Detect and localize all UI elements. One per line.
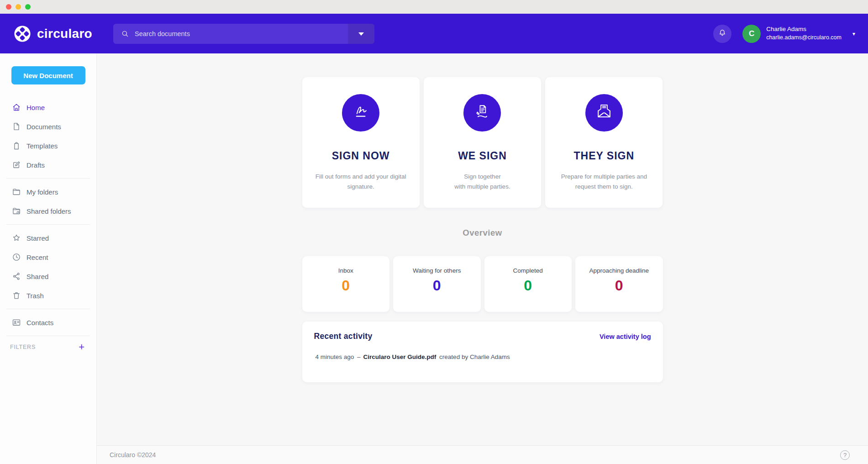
activity-time: 4 minutes ago [316,353,356,360]
shared-folder-icon [12,206,21,216]
stat-label: Inbox [302,267,390,274]
search-bar[interactable] [113,24,374,44]
brand-logo[interactable]: circularo [14,25,92,42]
copyright-text: Circularo ©2024 [110,451,156,459]
activity-header: Recent activity View activity log [314,332,651,341]
main-column: SIGN NOW Fill out forms and add your dig… [97,53,868,464]
filters-section: FILTERS + [0,340,96,354]
templates-icon [12,141,21,150]
circularo-logo-icon [14,25,31,42]
sidebar-item-label: Documents [26,123,61,131]
sidebar-item-label: Templates [26,142,58,150]
drafts-icon [12,160,21,169]
sidebar-divider [6,336,90,336]
user-email: charlie.adams@circularo.com [766,34,842,42]
sidebar-item-drafts[interactable]: Drafts [0,155,96,174]
sidebar-divider [6,309,90,309]
activity-separator: – [357,353,361,360]
recent-activity-title: Recent activity [314,332,373,341]
sidebar-item-label: Recent [26,253,48,261]
sidebar-item-templates[interactable]: Templates [0,136,96,155]
stat-value: 0 [393,277,481,294]
action-card-description: Prepare for multiple parties and request… [545,172,663,191]
new-document-button[interactable]: New Document [11,66,85,84]
action-card-description: Sign together with multiple parties. [424,172,541,191]
bell-icon [718,28,727,39]
close-window-button[interactable] [6,4,11,10]
action-card-circle [342,94,379,132]
action-card-they-sign[interactable]: THEY SIGN Prepare for multiple parties a… [545,77,663,208]
sidebar-item-home[interactable]: Home [0,98,96,117]
contacts-icon [12,318,21,327]
sidebar-divider [6,224,90,225]
sidebar-item-label: Shared [26,273,48,280]
action-card-circle [463,94,501,132]
sidebar-item-starred[interactable]: Starred [0,228,96,248]
action-card-we-sign[interactable]: WE SIGN Sign together with multiple part… [424,77,541,208]
footer: Circularo ©2024 ? [97,445,868,464]
search-input[interactable] [134,30,348,38]
app-header: circularo C Charlie Adams charlie.adams@… [0,14,868,53]
stats-row: Inbox 0 Waiting for others 0 Completed 0… [302,256,663,312]
document-icon [12,122,21,131]
sidebar-item-label: Starred [26,234,49,242]
stat-card-inbox[interactable]: Inbox 0 [302,256,390,312]
action-card-title: SIGN NOW [302,150,420,162]
help-button[interactable]: ? [840,450,850,460]
stat-card-approaching-deadline[interactable]: Approaching deadline 0 [575,256,663,312]
stat-card-completed[interactable]: Completed 0 [484,256,572,312]
sidebar-item-contacts[interactable]: Contacts [0,313,96,332]
share-icon [12,272,21,281]
sidebar-item-label: Shared folders [26,207,71,215]
action-card-circle [585,94,623,132]
sidebar-item-label: Home [26,104,45,111]
filters-label: FILTERS [10,344,36,350]
activity-description: created by Charlie Adams [437,353,510,360]
action-card-title: THEY SIGN [545,150,663,162]
search-filter-dropdown[interactable] [348,24,374,44]
activity-document-link[interactable]: Circularo User Guide.pdf [363,353,437,360]
sidebar-divider [6,178,90,179]
avatar: C [742,25,761,43]
sidebar-item-recent[interactable]: Recent [0,248,96,267]
sidebar-item-label: Contacts [26,319,53,327]
header-right: C Charlie Adams charlie.adams@circularo.… [713,25,855,43]
notifications-button[interactable] [713,25,731,43]
hands-sign-icon [472,102,492,124]
view-activity-log-link[interactable]: View activity log [600,333,651,340]
sidebar-item-label: Drafts [26,161,45,169]
app-window: circularo C Charlie Adams charlie.adams@… [0,0,868,464]
stat-label: Approaching deadline [575,267,663,274]
sidebar-nav: Home Documents Templates Drafts My folde… [0,98,96,336]
stat-value: 0 [575,277,663,294]
minimize-window-button[interactable] [16,4,21,10]
sidebar: New Document Home Documents Templates Dr… [0,53,97,464]
stat-value: 0 [484,277,572,294]
main-content: SIGN NOW Fill out forms and add your dig… [97,53,868,445]
sidebar-item-shared[interactable]: Shared [0,267,96,286]
star-icon [12,233,21,243]
stat-card-waiting-for-others[interactable]: Waiting for others 0 [393,256,481,312]
recent-activity-card: Recent activity View activity log 4 minu… [302,322,663,382]
signature-icon [351,102,371,124]
zoom-window-button[interactable] [25,4,31,10]
activity-item: 4 minutes ago –Circularo User Guide.pdf … [314,353,651,360]
question-icon: ? [843,452,847,459]
clock-icon [12,253,21,262]
stat-value: 0 [302,277,390,294]
sidebar-item-my-folders[interactable]: My folders [0,182,96,201]
chevron-down-icon [358,32,364,36]
action-cards-row: SIGN NOW Fill out forms and add your dig… [302,77,663,208]
overview-heading: Overview [302,228,663,238]
add-filter-button[interactable]: + [79,342,84,352]
stat-label: Waiting for others [393,267,481,274]
sidebar-item-documents[interactable]: Documents [0,117,96,136]
action-card-sign-now[interactable]: SIGN NOW Fill out forms and add your dig… [302,77,420,208]
sidebar-item-shared-folders[interactable]: Shared folders [0,201,96,221]
trash-icon [12,291,21,300]
chevron-down-icon: ▾ [852,31,855,37]
home-icon [12,103,21,112]
sidebar-item-trash[interactable]: Trash [0,286,96,305]
user-menu[interactable]: C Charlie Adams charlie.adams@circularo.… [742,25,855,43]
sidebar-item-label: My folders [26,188,58,196]
